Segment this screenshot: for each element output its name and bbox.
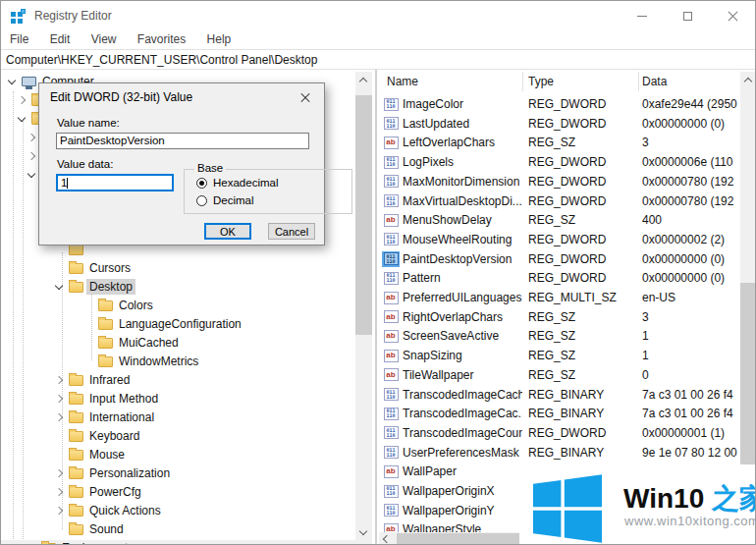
value-row-maxvirtualdesktopdi[interactable]: 011110MaxVirtualDesktopDi...REG_DWORD0x0… <box>379 192 740 211</box>
base-groupbox <box>184 169 352 214</box>
chevron-down-icon[interactable] <box>18 114 26 122</box>
value-row-tilewallpaper[interactable]: abTileWallpaperREG_SZ0 <box>379 366 740 385</box>
chevron-right-icon[interactable] <box>55 469 63 477</box>
maximize-icon <box>683 12 692 21</box>
value-row-transcodedimagecount[interactable]: 011110TranscodedImageCountREG_DWORD0x000… <box>379 424 740 443</box>
chevron-down-icon[interactable] <box>27 170 35 178</box>
scroll-down-icon[interactable] <box>359 527 367 535</box>
cancel-button[interactable]: Cancel <box>268 223 315 240</box>
menu-favorites[interactable]: Favorites <box>129 30 194 46</box>
tree-item-input-method[interactable]: Input Method <box>1 390 354 409</box>
radio-hexadecimal[interactable]: Hexadecimal <box>196 177 278 189</box>
tree-item-infrared[interactable]: Infrared <box>1 371 354 390</box>
chevron-right-icon[interactable] <box>55 507 63 515</box>
radio-decimal[interactable]: Decimal <box>196 194 254 206</box>
value-row-paintdesktopversion[interactable]: 011110PaintDesktopVersionREG_DWORD0x0000… <box>379 250 740 269</box>
tree-item-powercfg[interactable]: PowerCfg <box>1 483 354 502</box>
value-row-transcodedimagecac[interactable]: 011110TranscodedImageCac...REG_BINARY7a … <box>379 405 740 423</box>
tree-item-muicached[interactable]: MuiCached <box>1 334 354 353</box>
value-row-snapsizing[interactable]: abSnapSizingREG_SZ1 <box>379 347 740 365</box>
tree-item-personalization[interactable]: Personalization <box>1 464 354 483</box>
value-row-logpixels[interactable]: 011110LogPixelsREG_DWORD0x0000006e (110 <box>379 153 740 172</box>
value-row-rightoverlapchars[interactable]: abRightOverlapCharsREG_SZ3 <box>379 308 740 327</box>
value-icon: 011110 <box>382 154 400 170</box>
registry-editor-window: Registry Editor File Edit View Favorites… <box>0 0 756 545</box>
tree-item-label: LanguageConfiguration <box>116 316 244 332</box>
tree-item-keyboard[interactable]: Keyboard <box>1 427 354 446</box>
close-icon <box>728 11 738 22</box>
value-row-menushowdelay[interactable]: abMenuShowDelayREG_SZ400 <box>379 211 740 230</box>
column-header-type[interactable]: Type <box>528 75 554 88</box>
value-type-cell: REG_DWORD <box>528 175 636 189</box>
value-name-cell: TileWallpaper <box>403 368 522 382</box>
value-name-cell: WallPaper <box>403 464 522 478</box>
tree-item-label: Colors <box>116 298 156 313</box>
list-scrollbar-thumb[interactable] <box>740 283 756 464</box>
folder-icon <box>98 319 113 330</box>
value-row-transcodedimagecache[interactable]: 011110TranscodedImageCacheREG_BINARY7a c… <box>379 386 740 405</box>
value-row-leftoverlapchars[interactable]: abLeftOverlapCharsREG_SZ3 <box>379 134 740 152</box>
value-icon: 011110 <box>382 270 400 286</box>
chevron-right-icon[interactable] <box>55 395 63 403</box>
value-row-screensaveactive[interactable]: abScreenSaveActiveREG_SZ1 <box>379 327 740 346</box>
chevron-down-icon[interactable] <box>8 77 16 84</box>
value-row-imagecolor[interactable]: 011110ImageColorREG_DWORD0xafe29e44 (295… <box>379 95 740 114</box>
value-row-pattern[interactable]: 011110PatternREG_DWORD0x00000000 (0) <box>379 269 740 288</box>
scroll-up-icon[interactable] <box>744 78 752 85</box>
reg-dword-icon: 011110 <box>384 175 399 188</box>
menu-edit[interactable]: Edit <box>41 30 80 46</box>
scroll-left-icon[interactable] <box>383 535 391 543</box>
chevron-right-icon[interactable] <box>55 376 63 384</box>
tree-item-label: Input Method <box>86 391 161 407</box>
panel-divider[interactable] <box>375 70 377 545</box>
tree-item-international[interactable]: International <box>1 409 354 427</box>
value-name-field[interactable]: PaintDesktopVersion <box>56 133 309 149</box>
tree-item-environment[interactable]: Environment <box>1 539 354 545</box>
ok-button[interactable]: OK <box>204 223 251 240</box>
column-separator[interactable] <box>638 72 639 91</box>
folder-icon <box>69 450 83 461</box>
value-type-cell: REG_DWORD <box>528 426 636 440</box>
tree-item-cursors[interactable]: Cursors <box>1 259 354 278</box>
tree-item-windowmetrics[interactable]: WindowMetrics <box>1 353 354 371</box>
close-button[interactable] <box>710 1 755 30</box>
chevron-right-icon[interactable] <box>55 413 63 421</box>
column-separator[interactable] <box>522 72 523 91</box>
chevron-right-icon[interactable] <box>18 96 26 104</box>
value-row-preferreduilanguages[interactable]: abPreferredUILanguagesREG_MULTI_SZen-US <box>379 289 740 307</box>
chevron-right-icon[interactable] <box>27 152 35 160</box>
chevron-right-icon[interactable] <box>55 488 63 496</box>
column-header-name[interactable]: Name <box>387 75 418 88</box>
watermark-brand: Win10 之家 <box>623 480 756 518</box>
tree-item-languageconfiguration[interactable]: LanguageConfiguration <box>1 315 354 334</box>
tree-item-mouse[interactable]: Mouse <box>1 446 354 464</box>
menu-view[interactable]: View <box>82 30 126 46</box>
tree-scrollbar-thumb[interactable] <box>355 95 372 335</box>
list-hscrollbar-thumb[interactable] <box>397 533 522 545</box>
maximize-button[interactable] <box>665 1 710 30</box>
value-row-lastupdated[interactable]: 011110LastUpdatedREG_DWORD0x00000000 (0) <box>379 115 740 134</box>
tree-item-quick-actions[interactable]: Quick Actions <box>1 502 354 520</box>
menu-file[interactable]: File <box>1 30 37 46</box>
value-row-mousewheelrouting[interactable]: 011110MouseWheelRoutingREG_DWORD0x000000… <box>379 231 740 249</box>
scroll-up-icon[interactable] <box>359 78 367 85</box>
tree-item-desktop[interactable]: Desktop <box>1 278 354 297</box>
value-type-cell: REG_BINARY <box>528 388 636 402</box>
value-type-cell: REG_SZ <box>528 136 636 149</box>
tree-vertical-scrollbar[interactable] <box>355 72 372 540</box>
chevron-down-icon[interactable] <box>55 282 63 290</box>
value-icon: 011110 <box>382 193 400 209</box>
tree-item-colors[interactable]: Colors <box>1 297 354 315</box>
tree-item-sound[interactable]: Sound <box>1 520 354 539</box>
minimize-button[interactable] <box>620 1 665 30</box>
value-icon: 011110 <box>382 232 400 247</box>
dialog-close-button[interactable] <box>295 89 316 105</box>
value-row-userpreferencesmask[interactable]: 011110UserPreferencesMaskREG_BINARY9e 1e… <box>379 444 740 463</box>
value-row-maxmonitordimension[interactable]: 011110MaxMonitorDimensionREG_DWORD0x0000… <box>379 173 740 191</box>
chevron-right-icon[interactable] <box>27 134 35 141</box>
value-data-field[interactable]: 1 <box>56 174 174 191</box>
menu-help[interactable]: Help <box>198 30 241 46</box>
column-header-data[interactable]: Data <box>642 75 667 88</box>
address-bar[interactable]: Computer\HKEY_CURRENT_USER\Control Panel… <box>1 49 755 70</box>
list-vertical-scrollbar[interactable] <box>740 72 756 532</box>
